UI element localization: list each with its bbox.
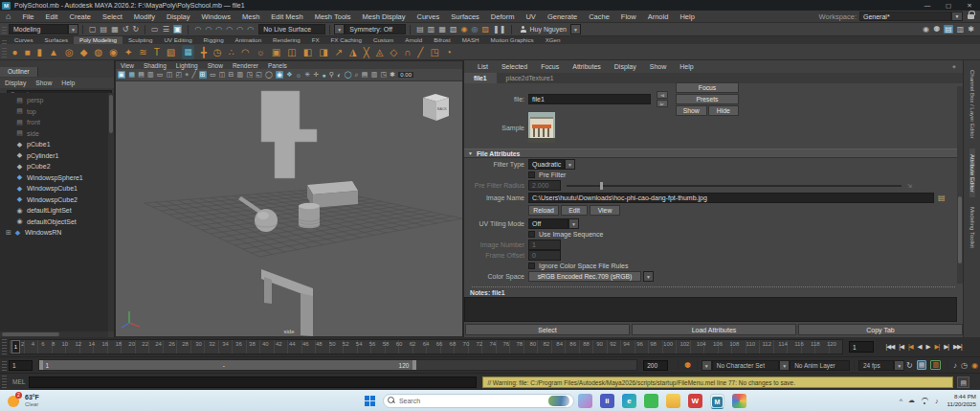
expand-icon[interactable]: ⊞ — [6, 229, 11, 237]
viewport-menu-item[interactable]: View — [116, 62, 139, 69]
attribute-editor-menu-item[interactable]: Selected — [495, 63, 534, 70]
viewport-tool-icon[interactable]: ▥ — [371, 71, 378, 79]
browse-folder-icon[interactable]: ▤ — [938, 194, 946, 202]
node-label[interactable]: front — [27, 119, 40, 126]
attribute-editor-menu-item[interactable]: Focus — [534, 63, 566, 70]
shelf-tool-icon[interactable]: ▧ — [167, 45, 175, 59]
viewport-tool-icon[interactable]: ◳ — [380, 71, 387, 79]
selection-mode-icon[interactable]: ▭ — [151, 25, 159, 34]
attribute-editor-menu-item[interactable]: Help — [673, 63, 700, 70]
account-name[interactable]: Huy Nguyen — [529, 26, 567, 33]
shelf-tool-icon[interactable]: ◷ — [213, 45, 222, 59]
color-space-arrow[interactable]: ▼ — [643, 271, 654, 282]
outliner-menu-item[interactable]: Show — [31, 80, 56, 86]
menu-item[interactable]: Surfaces — [445, 12, 485, 21]
playback-button[interactable]: ▶| — [935, 343, 940, 351]
file-op-icon[interactable]: ▦ — [111, 25, 119, 34]
outliner-item[interactable]: ◉defaultObjectSet — [0, 217, 108, 228]
node-label[interactable]: WindowspCube2 — [27, 196, 78, 203]
viewport-tool-icon[interactable]: ● — [323, 72, 326, 79]
menu-item[interactable]: UV — [520, 12, 541, 21]
playhead[interactable]: 1 — [11, 340, 20, 354]
snap-icon[interactable]: ◠ — [205, 25, 212, 34]
node-label[interactable]: top — [27, 108, 36, 115]
menu-item[interactable]: Flow — [615, 12, 642, 21]
render-icon[interactable]: ▤ — [416, 25, 424, 34]
render-icon[interactable]: ❚❚ — [493, 25, 505, 34]
shelf-tool-icon[interactable]: ◮ — [349, 45, 357, 59]
file-op-icon[interactable]: ↺ — [122, 25, 129, 34]
menu-item[interactable]: Mesh Display — [356, 12, 411, 21]
outliner-item[interactable]: ◆WindowspCube1 — [0, 183, 108, 194]
swap-back-button[interactable]: ◅ — [657, 91, 668, 99]
view-cube[interactable]: BACK — [423, 94, 449, 121]
workspace-dropdown-arrow[interactable]: ▼ — [951, 11, 963, 21]
viewport-tool-icon[interactable]: ✳ — [304, 71, 310, 79]
timeline-ruler[interactable]: 2468101214161820222426283032343638404244… — [9, 339, 843, 354]
maya-icon[interactable]: M — [710, 394, 724, 408]
viewport-tool-icon[interactable]: ◯ — [345, 71, 352, 79]
outliner-item[interactable]: ▤top — [0, 106, 108, 118]
shelf-tool-icon[interactable]: ▣ — [272, 45, 280, 59]
menu-set-select[interactable]: Modeling — [9, 24, 68, 34]
shelf-tab[interactable]: Custom — [368, 36, 399, 44]
pre-filter-radius-slider[interactable] — [567, 185, 902, 187]
exposure-value[interactable]: 0.00 — [398, 72, 413, 78]
sidebar-toggle-icon[interactable]: ▥ — [957, 25, 965, 34]
viewport-canvas[interactable]: BACK side — [116, 81, 462, 336]
shelf-tool-icon[interactable]: ▮ — [37, 45, 43, 59]
workspace-select[interactable]: General* — [859, 11, 951, 21]
attribute-editor-menu-item[interactable]: Attributes — [566, 63, 608, 70]
focus-button[interactable]: Focus — [676, 82, 739, 93]
paint-icon[interactable] — [732, 394, 746, 408]
shelf-tab[interactable]: FX Caching — [325, 36, 368, 44]
viewport-tool-icon[interactable]: ◳ — [246, 71, 253, 79]
load-attributes-button[interactable]: Load Attributes — [632, 324, 796, 335]
live-surface-field[interactable]: No Live Surface — [258, 24, 325, 34]
outliner-tab[interactable]: Outliner — [0, 67, 38, 77]
sidebar-toggle-icon[interactable]: ◉ — [923, 25, 929, 34]
outliner-item[interactable]: ◆WindowspCube2 — [0, 194, 108, 206]
fps-select[interactable]: 24 fps — [858, 360, 894, 371]
node-label[interactable]: defaultLightSet — [27, 207, 72, 214]
menu-item[interactable]: Edit — [40, 12, 64, 21]
shelf-tool-icon[interactable]: ◍ — [94, 45, 102, 59]
viewport-panel[interactable]: ViewShadingLightingShowRendererPanels ▣▦… — [115, 60, 463, 337]
shelf-tab[interactable]: MASH — [457, 36, 485, 44]
viewport-menu-item[interactable]: Panels — [263, 62, 292, 69]
filter-type-arrow[interactable]: ▼ — [565, 159, 575, 170]
copy-tab-button[interactable]: Copy Tab — [798, 324, 963, 335]
playback-speed-icon[interactable]: ▦ — [917, 360, 927, 370]
file-attributes-section-header[interactable]: ▼ File Attributes — [464, 148, 963, 158]
node-label[interactable]: WindowspSphere1 — [27, 174, 83, 181]
menu-item[interactable]: Help — [674, 12, 700, 21]
animation-end-field[interactable]: 200 — [643, 360, 668, 371]
menu-item[interactable]: Mesh Tools — [309, 12, 357, 21]
viewport-tool-icon[interactable]: ◯ — [265, 71, 273, 79]
shelf-tool-icon[interactable]: ◉ — [109, 45, 118, 59]
filter-type-select[interactable]: Quadratic — [528, 159, 565, 170]
uv-tiling-mode-select[interactable]: Off — [528, 218, 568, 229]
menu-set-arrow[interactable]: ▼ — [68, 24, 78, 34]
playback-button[interactable]: |◀◀ — [886, 343, 895, 351]
animation-prefs-clock-icon[interactable]: ◷ — [961, 361, 968, 370]
outliner-item[interactable]: ▤front — [0, 117, 108, 128]
render-icon[interactable]: ◉ — [461, 25, 468, 34]
shelf-tool-icon[interactable]: ✦ — [124, 45, 132, 59]
ignore-color-space-checkbox[interactable] — [528, 263, 535, 269]
shelf-tool-icon[interactable]: ∴ — [229, 45, 234, 59]
show-button[interactable]: Show — [676, 105, 707, 116]
animation-start-field[interactable]: 1 — [9, 360, 33, 371]
shelf-tool-icon[interactable]: ◇ — [390, 45, 397, 59]
use-image-sequence-checkbox[interactable] — [528, 231, 535, 238]
shelf-tool-icon[interactable]: T — [154, 45, 160, 59]
mel-input[interactable] — [29, 377, 477, 388]
shelf-tool-icon[interactable]: ◎ — [65, 45, 74, 59]
outliner-item[interactable]: ▤side — [0, 128, 108, 140]
edit-button[interactable]: Edit — [561, 205, 588, 216]
loop-mode-icon[interactable]: ↻ — [906, 361, 913, 370]
outliner-vertical-scrollbar[interactable] — [108, 93, 114, 331]
notes-header[interactable]: Notes: file1 — [464, 287, 963, 297]
script-editor-icon[interactable]: ▤ — [957, 377, 969, 388]
color-space-select[interactable]: sRGB Encoded Rec.709 (sRGB) — [528, 271, 641, 282]
